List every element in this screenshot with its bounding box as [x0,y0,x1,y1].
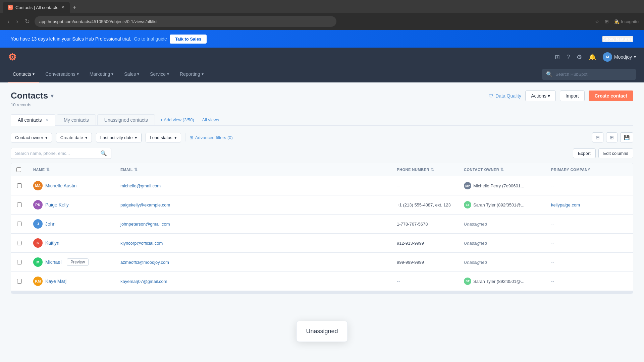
hubspot-logo[interactable]: ⚙ [8,52,16,63]
company-link[interactable]: kellypaige.com [551,202,580,207]
table-search-input[interactable] [15,151,98,156]
settings-icon[interactable]: ⚙ [577,53,582,61]
save-view-icon[interactable]: 💾 [620,132,633,142]
contact-name-link[interactable]: John [45,221,55,227]
nav-item-service[interactable]: Service ▾ [145,66,174,82]
tab-close-btn[interactable]: × [61,5,64,10]
th-name-label: NAME [33,168,45,172]
row-phone-cell: -- [391,274,459,289]
browser-nav-right: ☆ ⊞ 🕵 Incognito [595,19,639,24]
bookmark-star-icon[interactable]: ☆ [595,19,599,24]
contacts-heading: Contacts [11,90,48,101]
nav-label-sales: Sales [124,71,136,77]
show-features-button[interactable]: Show features [602,36,633,42]
nav-item-conversations[interactable]: Conversations ▾ [41,66,84,82]
th-name-sort-icon[interactable]: ⇅ [46,167,50,172]
nav-search-bar[interactable]: 🔍 [542,69,636,80]
apps-icon[interactable]: ⊞ [555,53,560,61]
tab-close-all-contacts-icon[interactable]: × [46,118,48,123]
contact-name-link[interactable]: Michelle Austin [45,183,76,188]
contact-name-link[interactable]: Michael [45,259,61,265]
actions-button[interactable]: Actions ▾ [525,90,556,101]
owner-avatar: ST [464,278,471,285]
contact-email-link[interactable]: klyncorp@official.com [120,241,163,246]
data-quality-button[interactable]: 🛡 Data Quality [489,93,521,99]
back-button[interactable]: ‹ [5,17,11,26]
contact-email-link[interactable]: johnpeterson@gmail.com [120,222,170,227]
forward-button[interactable]: › [14,17,20,26]
add-view-button[interactable]: + Add view (3/50) [156,115,198,125]
contact-name-link[interactable]: Kaitlyn [45,240,59,246]
row-checkbox[interactable] [17,202,22,207]
contact-name-link[interactable]: Paige Kelly [45,202,69,207]
contact-name-link[interactable]: Kaye Marj [45,279,66,284]
contact-avatar: K [33,238,43,248]
th-email-sort-icon[interactable]: ⇅ [134,167,138,172]
contact-email-link[interactable]: azmeoffcl@moodjoy.com [120,260,169,265]
row-phone-cell: +1 (213) 555-4087, ext. 123 [391,198,459,212]
contact-email-link[interactable]: michelle@gmail.com [120,183,161,188]
nav-chevron-contacts: ▾ [33,72,35,76]
contact-owner-filter[interactable]: Contact owner ▾ [11,133,52,142]
talk-to-sales-button[interactable]: Talk to Sales [170,35,207,44]
row-email-cell: paigekelly@example.com [115,198,391,212]
select-all-checkbox[interactable] [16,167,21,172]
phone-value: 912-913-9999 [397,241,424,246]
help-icon[interactable]: ? [567,54,570,61]
th-owner-sort-icon[interactable]: ⇅ [500,167,504,172]
edit-columns-button[interactable]: Edit columns [598,148,633,158]
nav-item-contacts[interactable]: Contacts ▾ [8,66,39,82]
table-scrollbar[interactable] [11,291,633,294]
unassigned-label: Unassigned [464,241,487,246]
th-phone-sort-icon[interactable]: ⇅ [431,167,434,172]
phone-value: -- [397,183,400,188]
row-checkbox[interactable] [17,241,22,245]
grid-layout-icon[interactable]: ⊞ [606,132,618,142]
unassigned-label: Unassigned [464,222,487,227]
new-tab-button[interactable]: + [70,2,79,13]
import-button[interactable]: Import [560,90,585,101]
row-checkbox[interactable] [17,279,22,284]
table-row: M Michael Preview azmeoffcl@moodjoy.com … [11,253,633,272]
nav-item-reporting[interactable]: Reporting ▾ [175,66,208,82]
row-checkbox[interactable] [17,260,22,264]
nav-item-sales[interactable]: Sales ▾ [119,66,144,82]
create-date-filter[interactable]: Create date ▾ [56,133,92,142]
create-contact-button[interactable]: Create contact [589,90,633,101]
row-checkbox[interactable] [17,183,22,188]
user-menu[interactable]: M Moodjoy ▾ [603,52,636,62]
row-company-cell: -- [546,236,633,250]
extension-icon[interactable]: ⊞ [605,19,609,24]
row-owner-cell: Unassigned [459,236,546,250]
tab-my-contacts[interactable]: My contacts [57,114,96,126]
row-email-cell: azmeoffcl@moodjoy.com [115,255,391,269]
page-title-dropdown-icon[interactable]: ▾ [51,92,54,100]
th-company-label: PRIMARY COMPANY [551,168,590,172]
address-bar[interactable]: app.hubspot.com/contacts/45105500/object… [35,16,336,27]
export-button[interactable]: Export [573,148,596,158]
table-search-container[interactable]: 🔍 [11,148,111,159]
nav-item-marketing[interactable]: Marketing ▾ [85,66,118,82]
company-value: -- [551,221,554,227]
contact-email-link[interactable]: kayemarj07@gmail.com [120,279,167,284]
nav-search-input[interactable] [555,72,632,77]
lead-status-filter[interactable]: Lead status ▾ [146,133,181,142]
nav-chevron-sales: ▾ [137,72,139,76]
row-checkbox[interactable] [17,222,22,226]
contact-email-link[interactable]: paigekelly@example.com [120,202,170,207]
tab-all-contacts[interactable]: All contacts × [11,114,55,126]
last-activity-filter[interactable]: Last activity date ▾ [96,133,142,142]
nav-label-marketing: Marketing [90,71,110,77]
column-layout-icon[interactable]: ⊟ [592,132,603,142]
notifications-icon[interactable]: 🔔 [589,53,596,61]
all-views-button[interactable]: All views [198,115,223,125]
browser-tab-active[interactable]: H Contacts | All contacts × [3,2,70,13]
refresh-button[interactable]: ↻ [23,16,32,26]
trial-guide-link[interactable]: Go to trial guide [134,36,167,42]
owner-name: Michelle Perry (7e90601... [473,183,524,188]
advanced-filters-button[interactable]: ⊞ Advanced filters (0) [190,135,233,140]
th-name: NAME ⇅ [28,163,115,176]
tab-unassigned-contacts[interactable]: Unassigned contacts [97,114,155,126]
preview-button[interactable]: Preview [67,258,89,266]
search-row: 🔍 Export Edit columns [11,148,633,159]
